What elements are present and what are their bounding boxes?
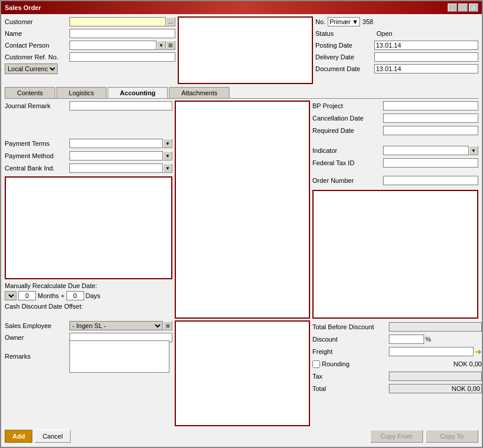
tax-row: Tax <box>312 371 482 382</box>
payment-terms-wrap: ▼ <box>69 139 172 148</box>
payment-terms-dropdown[interactable]: ▼ <box>163 139 172 148</box>
bottom-right-totals: Total Before Discount Discount % Freight… <box>312 320 482 426</box>
payment-terms-label: Payment Terms <box>5 140 69 147</box>
tax-input <box>389 372 482 381</box>
rounding-row: Rounding NOK 0,00 <box>312 359 482 369</box>
action-bar: Add Cancel Copy From Copy To <box>5 428 478 444</box>
cancellation-date-input[interactable] <box>383 113 478 123</box>
rounding-checkbox-label: Rounding <box>312 360 389 368</box>
maximize-button[interactable]: □ <box>458 4 468 12</box>
delivery-date-row: Delivery Date <box>315 52 478 62</box>
months-plus-label: Months + <box>38 292 65 299</box>
copy-to-button[interactable]: Copy To <box>425 430 478 443</box>
required-date-input[interactable] <box>383 126 478 135</box>
delivery-date-input[interactable] <box>374 52 478 62</box>
customer-ref-input[interactable] <box>69 52 175 62</box>
indicator-input[interactable] <box>383 146 469 155</box>
days-label: Days <box>86 292 101 299</box>
order-number-input[interactable] <box>383 176 478 185</box>
contact-person-label: Contact Person <box>5 42 69 49</box>
large-text-area <box>5 176 172 279</box>
contact-person-row: Contact Person ▼ ⊞ <box>5 40 175 51</box>
days-input[interactable] <box>66 291 84 300</box>
contact-person-dropdown[interactable]: ▼ <box>156 41 166 50</box>
federal-tax-row: Federal Tax ID <box>312 158 478 168</box>
action-left: Add Cancel <box>5 430 71 443</box>
payment-method-input[interactable] <box>69 151 163 161</box>
tax-label: Tax <box>312 373 389 380</box>
contact-person-button[interactable]: ⊞ <box>166 41 175 50</box>
tabs-bar: Contents Logistics Accounting Attachment… <box>5 87 478 99</box>
rounding-label: Rounding <box>312 360 389 368</box>
cancellation-date-label: Cancellation Date <box>312 115 383 122</box>
total-row: Total <box>312 383 482 394</box>
remarks-textarea[interactable] <box>69 340 169 373</box>
name-row: Name <box>5 28 175 39</box>
cancel-button[interactable]: Cancel <box>35 430 70 443</box>
customer-input[interactable] <box>69 17 166 26</box>
customer-ref-row: Customer Ref. No. <box>5 52 175 62</box>
freight-arrow-icon: ➜ <box>475 347 482 356</box>
posting-date-label: Posting Date <box>315 42 374 49</box>
sales-employee-select[interactable]: - Ingen SL - <box>69 321 163 330</box>
remarks-label: Remarks <box>5 353 69 360</box>
tab-accounting[interactable]: Accounting <box>108 87 168 98</box>
bp-project-input[interactable] <box>383 101 478 111</box>
payment-method-dropdown[interactable]: ▼ <box>163 151 172 161</box>
employee-wrap: - Ingen SL - ⊞ <box>69 321 172 330</box>
tab-attachments[interactable]: Attachments <box>169 87 229 98</box>
central-bank-dropdown[interactable]: ▼ <box>163 163 172 173</box>
add-button[interactable]: Add <box>5 430 32 443</box>
total-before-discount-row: Total Before Discount <box>312 322 482 332</box>
central-bank-label: Central Bank Ind. <box>5 165 69 172</box>
recalculate-label: Manually Recalculate Due Date: <box>5 282 172 289</box>
document-date-input[interactable] <box>374 64 478 73</box>
freight-input[interactable] <box>389 347 474 356</box>
no-type-dropdown[interactable]: Primær ▼ <box>328 17 360 26</box>
right-panel: BP Project Cancellation Date Required Da… <box>312 101 478 319</box>
main-window: Sales Order _ □ X Customer ... Name <box>0 0 483 448</box>
document-date-label: Document Date <box>315 65 374 72</box>
indicator-dropdown[interactable]: ▼ <box>469 146 478 155</box>
local-currency-row: Local Currency <box>5 63 175 74</box>
rounding-checkbox[interactable] <box>312 360 320 368</box>
title-bar-buttons: _ □ X <box>448 4 478 12</box>
customer-row: Customer ... <box>5 16 175 27</box>
top-section: Customer ... Name Contact Person ▼ ⊞ <box>5 16 478 84</box>
required-date-row: Required Date <box>312 125 478 136</box>
payment-terms-input[interactable] <box>69 139 163 148</box>
recalc-select[interactable] <box>5 291 16 300</box>
freight-row: Freight ➜ <box>312 346 482 357</box>
months-input[interactable] <box>18 291 36 300</box>
customer-button[interactable]: ... <box>166 17 175 26</box>
federal-tax-label: Federal Tax ID <box>312 159 383 166</box>
top-image-area <box>178 16 313 84</box>
contact-person-input[interactable] <box>69 41 156 50</box>
top-left-form: Customer ... Name Contact Person ▼ ⊞ <box>5 16 175 84</box>
payment-method-wrap: ▼ <box>69 151 172 161</box>
indicator-row: Indicator ▼ <box>312 145 478 156</box>
federal-tax-input[interactable] <box>383 158 478 168</box>
discount-label: Discount <box>312 336 389 343</box>
sales-employee-row: Sales Employee - Ingen SL - ⊞ <box>5 320 172 331</box>
copy-from-button[interactable]: Copy From <box>370 430 423 443</box>
minimize-button[interactable]: _ <box>448 4 457 12</box>
status-value: Open <box>374 30 392 37</box>
journal-remark-input[interactable] <box>69 101 172 111</box>
no-label: No. <box>315 18 325 25</box>
posting-date-input[interactable] <box>374 41 478 50</box>
employee-dropdown-icon: ⊞ <box>163 321 172 330</box>
local-currency-select[interactable]: Local Currency <box>5 63 58 74</box>
total-before-discount-label: Total Before Discount <box>312 323 389 330</box>
total-input <box>389 384 482 393</box>
discount-input[interactable] <box>389 335 424 344</box>
tab-contents[interactable]: Contents <box>5 87 55 98</box>
name-input[interactable] <box>69 29 175 38</box>
no-row: No. Primær ▼ 358 <box>315 16 478 27</box>
tab-logistics[interactable]: Logistics <box>56 87 106 98</box>
content-area: Customer ... Name Contact Person ▼ ⊞ <box>1 14 482 447</box>
close-button[interactable]: X <box>469 4 478 12</box>
central-bank-input[interactable] <box>69 163 163 173</box>
central-bank-wrap: ▼ <box>69 163 172 173</box>
no-number: 358 <box>362 18 373 25</box>
